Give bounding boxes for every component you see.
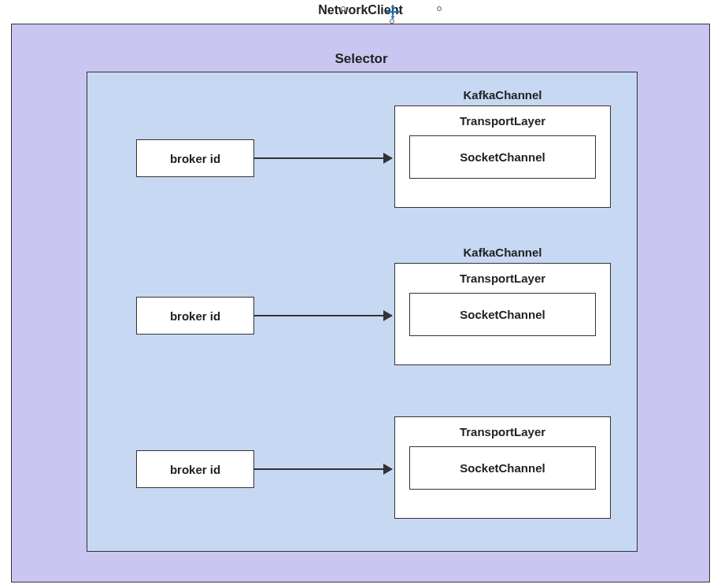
arrow-icon xyxy=(254,157,392,159)
selector-container[interactable]: broker id KafkaChannel TransportLayer So… xyxy=(87,72,638,552)
socket-channel-box[interactable]: SocketChannel xyxy=(409,293,596,336)
network-client-container[interactable]: Selector broker id KafkaChannel Transpor… xyxy=(11,24,710,582)
kafka-channel-box[interactable]: TransportLayer SocketChannel xyxy=(394,105,611,208)
kafka-channel-box[interactable]: TransportLayer SocketChannel xyxy=(394,263,611,365)
arrow-icon xyxy=(254,315,392,316)
broker-id-box[interactable]: broker id xyxy=(136,297,254,335)
network-client-title: NetworkClient xyxy=(0,3,721,17)
arrow-icon xyxy=(254,468,392,470)
selector-title: Selector xyxy=(12,51,711,67)
row-1: broker id KafkaChannel TransportLayer So… xyxy=(87,88,638,222)
kafka-channel-label: KafkaChannel xyxy=(394,246,611,259)
transport-layer-label: TransportLayer xyxy=(409,272,596,285)
move-cursor-icon xyxy=(386,5,400,19)
selection-handle-left[interactable] xyxy=(341,6,346,11)
row-2: broker id KafkaChannel TransportLayer So… xyxy=(87,246,638,379)
transport-layer-label: TransportLayer xyxy=(409,425,596,438)
row-3: broker id TransportLayer SocketChannel xyxy=(87,399,638,533)
socket-channel-box[interactable]: SocketChannel xyxy=(409,135,596,179)
broker-id-box[interactable]: broker id xyxy=(136,139,254,177)
selection-handle-right[interactable] xyxy=(437,6,442,11)
transport-layer-label: TransportLayer xyxy=(409,114,596,128)
kafka-channel-label: KafkaChannel xyxy=(394,88,611,102)
kafka-channel-box[interactable]: TransportLayer SocketChannel xyxy=(394,416,611,519)
broker-id-box[interactable]: broker id xyxy=(136,450,254,488)
socket-channel-box[interactable]: SocketChannel xyxy=(409,446,596,490)
